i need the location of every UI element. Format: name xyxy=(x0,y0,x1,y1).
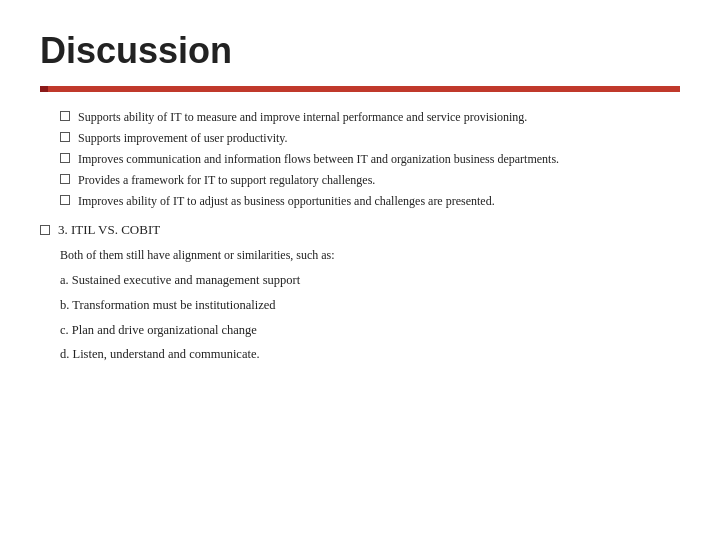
list-item: b. Transformation must be institutionali… xyxy=(60,296,680,315)
section3-bullet-icon xyxy=(40,225,50,235)
bullet-checkbox-icon xyxy=(60,195,70,205)
bullet-text: Supports ability of IT to measure and im… xyxy=(78,108,680,126)
list-item: d. Listen, understand and communicate. xyxy=(60,345,680,364)
section3-items: a. Sustained executive and management su… xyxy=(60,271,680,364)
item-label: c. Plan and drive organizational change xyxy=(60,323,257,337)
bullet-item: Supports improvement of user productivit… xyxy=(60,129,680,147)
bullet-text: Supports improvement of user productivit… xyxy=(78,129,680,147)
item-label: a. Sustained executive and management su… xyxy=(60,273,300,287)
bullet-checkbox-icon xyxy=(60,111,70,121)
content-area: Supports ability of IT to measure and im… xyxy=(40,108,680,370)
section3-intro: Both of them still have alignment or sim… xyxy=(60,246,680,265)
slide: Discussion Supports ability of IT to mea… xyxy=(0,0,720,540)
bullet-item: Supports ability of IT to measure and im… xyxy=(60,108,680,126)
section3-content: Both of them still have alignment or sim… xyxy=(60,246,680,370)
bullet-item: Improves ability of IT to adjust as busi… xyxy=(60,192,680,210)
bullet-item: Provides a framework for IT to support r… xyxy=(60,171,680,189)
bullet-checkbox-icon xyxy=(60,153,70,163)
bullet-text: Improves ability of IT to adjust as busi… xyxy=(78,192,680,210)
item-label: d. Listen, understand and communicate. xyxy=(60,347,260,361)
section3-header: 3. ITIL VS. COBIT xyxy=(40,222,680,238)
list-item: a. Sustained executive and management su… xyxy=(60,271,680,290)
bullet-item: Improves communication and information f… xyxy=(60,150,680,168)
slide-title: Discussion xyxy=(40,30,680,72)
section3-title: 3. ITIL VS. COBIT xyxy=(58,222,160,238)
bullet-text: Improves communication and information f… xyxy=(78,150,680,168)
bullet-text: Provides a framework for IT to support r… xyxy=(78,171,680,189)
item-label: b. Transformation must be institutionali… xyxy=(60,298,276,312)
bullet-list: Supports ability of IT to measure and im… xyxy=(60,108,680,210)
list-item: c. Plan and drive organizational change xyxy=(60,321,680,340)
bullet-checkbox-icon xyxy=(60,174,70,184)
title-bar-accent xyxy=(40,86,48,92)
bullet-checkbox-icon xyxy=(60,132,70,142)
title-bar xyxy=(40,86,680,92)
